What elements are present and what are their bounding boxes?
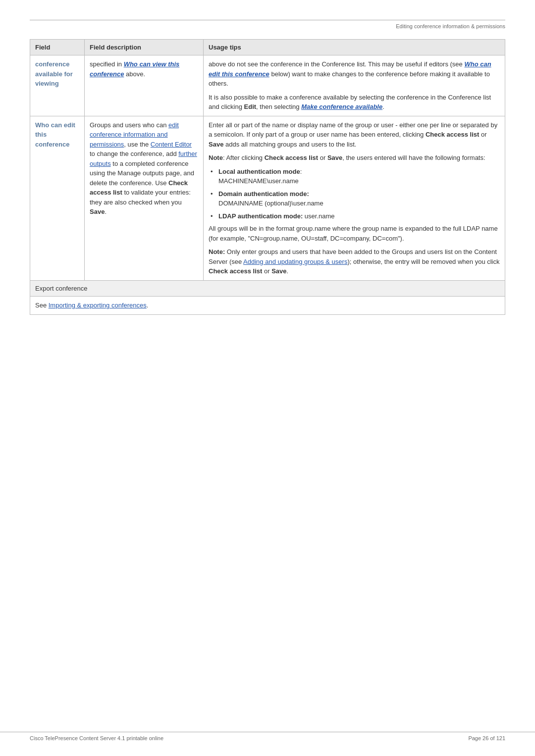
col-description: Field description	[85, 40, 204, 55]
link-importing-exporting[interactable]: Importing & exporting conferences	[49, 302, 147, 309]
link-make-conference-available[interactable]: Make conference available	[301, 103, 382, 110]
link-who-can-edit-ref[interactable]: Who can edit this conference	[209, 60, 491, 78]
page-container: Editing conference information & permiss…	[0, 0, 535, 354]
field-usage-who-can-edit: Enter all or part of the name or display…	[204, 116, 505, 280]
export-conference-label: Export conference	[30, 280, 505, 297]
list-item-local: Local authentication mode:MACHINENAME\us…	[209, 167, 500, 186]
field-label-who-can-edit: Who can edit this conference	[30, 116, 85, 280]
header-title: Editing conference information & permiss…	[396, 23, 505, 29]
format-list: Local authentication mode:MACHINENAME\us…	[209, 167, 500, 221]
link-who-can-view[interactable]: Who can view this conference	[90, 60, 179, 78]
footer-right: Page 26 of 121	[468, 735, 505, 741]
field-usage-conference-viewing: above do not see the conference in the C…	[204, 55, 505, 116]
link-adding-updating-groups[interactable]: Adding and updating groups & users	[243, 258, 347, 265]
field-desc-who-can-edit: Groups and users who can edit conference…	[85, 116, 204, 280]
col-field: Field	[30, 40, 85, 55]
table-row: conference available for viewing specifi…	[30, 55, 505, 116]
see-row-content: See Importing & exporting conferences.	[30, 297, 505, 315]
footer-left: Cisco TelePresence Content Server 4.1 pr…	[30, 735, 163, 741]
link-further-outputs[interactable]: further outputs	[90, 150, 197, 167]
page-header: Editing conference information & permiss…	[30, 20, 505, 29]
list-item-domain: Domain authentication mode:DOMAINNAME (o…	[209, 189, 500, 208]
field-desc-conference-viewing: specified in Who can view this conferenc…	[85, 55, 204, 116]
see-row: See Importing & exporting conferences.	[30, 297, 505, 315]
field-label-conference-viewing: conference available for viewing	[30, 55, 85, 116]
main-table: Field Field description Usage tips confe…	[30, 39, 505, 315]
page-footer: Cisco TelePresence Content Server 4.1 pr…	[0, 732, 535, 741]
table-header: Field Field description Usage tips	[30, 40, 505, 55]
table-row: Who can edit this conference Groups and …	[30, 116, 505, 280]
link-content-editor[interactable]: Content Editor	[151, 141, 192, 148]
col-usage: Usage tips	[204, 40, 505, 55]
export-conference-row: Export conference	[30, 280, 505, 297]
list-item-ldap: LDAP authentication mode: user.name	[209, 211, 500, 221]
